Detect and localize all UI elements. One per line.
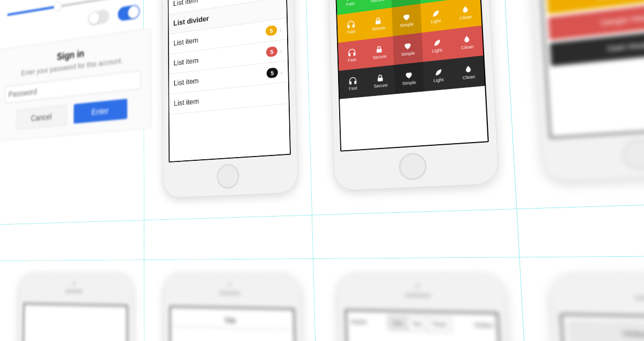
screen-title: Title <box>170 306 300 341</box>
phone-list: List item5›List item5›List item5›List di… <box>162 0 298 198</box>
count-badge: 5 <box>266 46 277 57</box>
chevron-right-icon: › <box>280 26 282 34</box>
list-item-label: List item <box>174 69 267 88</box>
leaf-icon <box>432 38 442 47</box>
phone-bottom-1 <box>15 273 134 341</box>
seg-right[interactable]: Action <box>474 321 493 329</box>
tab-light[interactable]: Light <box>423 59 454 92</box>
seg-left[interactable]: Action <box>350 318 367 326</box>
count-badge: 5 <box>267 68 278 79</box>
tab-label: Clean <box>461 44 474 50</box>
tab-label: Clean <box>459 14 472 20</box>
tab-label: Clean <box>463 74 475 80</box>
signin-panel: Sign in Enter your password for this acc… <box>0 0 151 142</box>
leaf-icon <box>433 68 443 77</box>
svg-rect-16 <box>355 81 356 84</box>
phone-bottom-4: Default Header Secondary Header <box>549 273 644 341</box>
chevron-right-icon: › <box>280 68 282 76</box>
svg-rect-14 <box>377 49 382 53</box>
tab-label: Fast <box>347 29 355 35</box>
screen-blank <box>20 303 128 341</box>
svg-rect-12 <box>349 54 350 56</box>
tab-label: Light <box>432 48 442 54</box>
count-badge: 5 <box>266 25 277 36</box>
tab-label: Secure <box>372 54 386 60</box>
headphones-icon <box>347 48 356 57</box>
drop-icon <box>463 64 473 75</box>
tab-light[interactable]: Light <box>422 29 453 62</box>
tab-label: Secure <box>371 25 385 32</box>
tab-label: Light <box>431 18 441 24</box>
lock-icon <box>376 73 385 83</box>
heart-icon <box>404 70 413 80</box>
svg-rect-10 <box>353 25 354 27</box>
tab-label: Secure <box>371 0 385 3</box>
tab-label: Simple <box>402 80 416 86</box>
svg-rect-17 <box>378 77 383 81</box>
drop-icon <box>462 34 472 45</box>
lock-icon <box>374 16 383 26</box>
svg-rect-13 <box>354 53 355 55</box>
slider-thumb[interactable] <box>54 1 62 12</box>
title-bar: Title <box>171 311 294 331</box>
enter-button[interactable]: Enter <box>74 99 127 124</box>
tab-light[interactable]: Light <box>420 0 451 33</box>
phone-bottom-3: Action OneTwoThree Action <box>337 273 524 341</box>
tab-label: Secure <box>374 83 387 88</box>
tab-label: Fast <box>349 86 357 91</box>
toggle-on[interactable] <box>118 4 140 21</box>
screen-list: List item5›List item5›List item5›List di… <box>167 0 291 162</box>
tab-label: Fast <box>346 1 355 7</box>
screen-tabs: FastSecureSimpleLightCleanFastSecureSimp… <box>333 0 489 152</box>
tab-clean[interactable]: Clean <box>451 26 484 59</box>
screen-headers: Secondary HeaderPrimary HeaderInfo Heade… <box>535 0 644 138</box>
segment-one[interactable]: One <box>388 316 408 330</box>
segmented-control[interactable]: OneTwoThree <box>387 316 452 332</box>
phone-bottom-2: Title <box>164 273 309 341</box>
tab-fast[interactable]: Fast <box>338 40 366 71</box>
leaf-icon <box>431 9 441 19</box>
phone-headers: Secondary HeaderPrimary HeaderInfo Heade… <box>524 0 644 182</box>
tab-fast[interactable]: Fast <box>339 68 367 99</box>
home-button[interactable] <box>398 152 427 181</box>
cancel-button[interactable]: Cancel <box>16 105 67 130</box>
tab-label: Fast <box>348 57 356 63</box>
home-button[interactable] <box>217 164 240 189</box>
chevron-right-icon: › <box>280 47 282 55</box>
tab-simple[interactable]: Simple <box>392 4 422 36</box>
drop-icon <box>460 4 470 14</box>
phone-tabs: FastSecureSimpleLightCleanFastSecureSimp… <box>326 0 500 191</box>
svg-rect-9 <box>348 25 349 28</box>
svg-rect-11 <box>376 20 381 25</box>
heart-icon <box>402 12 411 22</box>
tab-label: Simple <box>401 50 415 57</box>
tab-simple[interactable]: Simple <box>393 33 423 65</box>
headphones-icon <box>348 76 357 85</box>
tab-clean[interactable]: Clean <box>452 56 485 89</box>
tab-fast[interactable]: Fast <box>337 11 365 43</box>
lock-icon <box>375 45 384 54</box>
segment-three[interactable]: Three <box>427 317 451 331</box>
header-default: Default Header <box>567 320 644 341</box>
tab-label: Light <box>434 77 444 83</box>
segment-two[interactable]: Two <box>407 316 427 330</box>
svg-rect-15 <box>349 81 351 84</box>
screen-segments: Action OneTwoThree Action <box>345 309 512 341</box>
tab-simple[interactable]: Simple <box>394 62 424 94</box>
tab-secure[interactable]: Secure <box>365 36 394 68</box>
toggle-off[interactable] <box>88 9 109 26</box>
screen-headers-b: Default Header Secondary Header <box>560 314 644 341</box>
headphones-icon <box>347 20 355 29</box>
signin-dialog: Sign in Enter your password for this acc… <box>0 28 151 142</box>
heart-icon <box>403 41 412 51</box>
tab-label: Simple <box>400 21 414 28</box>
tab-secure[interactable]: Secure <box>366 65 395 97</box>
tab-clean[interactable]: Clean <box>450 0 481 29</box>
tab-secure[interactable]: Secure <box>364 8 393 40</box>
home-button[interactable] <box>622 138 644 171</box>
